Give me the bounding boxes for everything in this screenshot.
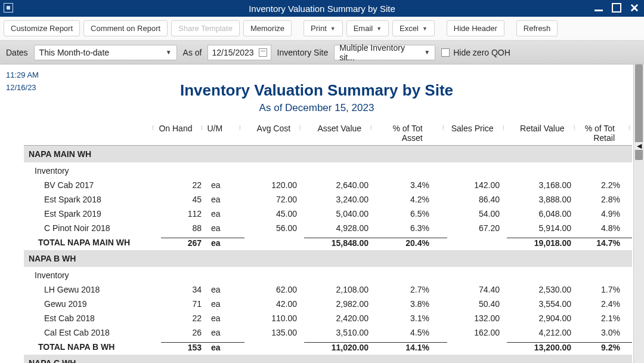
- minimize-button[interactable]: [593, 2, 605, 13]
- table-row[interactable]: Est Spark 201845ea72.003,240.004.2%86.40…: [24, 192, 632, 207]
- dates-label: Dates: [6, 48, 28, 57]
- share-template-button: Share Template: [171, 20, 240, 36]
- close-button[interactable]: ✕: [628, 2, 640, 13]
- vertical-scrollbar[interactable]: ◀: [633, 64, 644, 363]
- asof-date-input[interactable]: 12/15/2023: [208, 45, 271, 60]
- col-retail-value[interactable]: Retail Value: [506, 124, 572, 143]
- report-meta: 11:29 AM 12/16/23: [6, 70, 39, 96]
- chevron-down-icon: ▼: [166, 49, 172, 56]
- email-button[interactable]: Email▼: [346, 20, 389, 36]
- window-title-bar: Inventory Valuation Summary by Site ✕: [0, 0, 644, 17]
- excel-button[interactable]: Excel▼: [392, 20, 435, 36]
- checkbox-icon: [441, 48, 450, 57]
- chevron-down-icon: ▼: [422, 26, 428, 32]
- comment-on-report-button[interactable]: Comment on Report: [83, 20, 168, 36]
- table-row[interactable]: Cal Est Cab 201826ea135.003,510.004.5%16…: [24, 325, 632, 340]
- asof-label: As of: [183, 48, 202, 57]
- hide-zero-qoh-checkbox[interactable]: Hide zero QOH: [441, 48, 510, 57]
- calendar-icon[interactable]: [259, 48, 267, 57]
- table-row[interactable]: C Pinot Noir 201888ea56.004,928.006.3%67…: [24, 221, 632, 235]
- system-menu-icon[interactable]: [4, 3, 13, 13]
- col-sales-price[interactable]: Sales Price: [446, 124, 501, 143]
- dates-select[interactable]: This Month-to-date▼: [34, 45, 177, 60]
- memorize-button[interactable]: Memorize: [243, 20, 292, 36]
- table-row[interactable]: Est Spark 2019112ea45.005,040.006.5%54.0…: [24, 207, 632, 221]
- inventory-site-select[interactable]: Multiple Inventory sit...▼: [334, 45, 435, 60]
- refresh-button[interactable]: Refresh: [516, 20, 558, 36]
- section-total-row[interactable]: TOTAL NAPA MAIN WH267ea15,848.0020.4%19,…: [24, 235, 632, 250]
- col-pct-retail[interactable]: % of Tot Retail: [577, 124, 627, 143]
- section-total-row[interactable]: TOTAL NAPA B WH153ea11,020.0014.1%13,200…: [24, 340, 632, 355]
- report-toolbar: Customize Report Comment on Report Share…: [0, 17, 644, 41]
- section-sublabel[interactable]: Inventory: [24, 267, 632, 282]
- window-title: Inventory Valuation Summary by Site: [249, 4, 395, 14]
- report-date: 12/16/23: [6, 83, 39, 92]
- filter-bar: Dates This Month-to-date▼ As of 12/15/20…: [0, 41, 644, 64]
- chevron-down-icon: ▼: [376, 26, 382, 32]
- maximize-button[interactable]: [611, 2, 623, 13]
- section-header[interactable]: NAPA B WH: [24, 250, 632, 267]
- chevron-down-icon: ▼: [424, 49, 430, 56]
- section-header[interactable]: NAPA C WH: [24, 355, 632, 363]
- chevron-down-icon: ▼: [330, 26, 336, 32]
- col-um[interactable]: U/M: [205, 124, 237, 143]
- report-title: Inventory Valuation Summary by Site: [0, 81, 633, 100]
- col-avg-cost[interactable]: Avg Cost: [243, 124, 298, 143]
- col-pct-asset[interactable]: % of Tot Asset: [374, 124, 441, 143]
- col-on-hand[interactable]: On Hand: [156, 124, 200, 143]
- scroll-arrow-icon[interactable]: ◀: [634, 142, 644, 150]
- col-asset-value[interactable]: Asset Value: [303, 124, 369, 143]
- report-table: ፧On Hand ፧U/M ፧Avg Cost ፧Asset Value ፧% …: [24, 121, 632, 363]
- table-row[interactable]: BV Cab 201722ea120.002,640.003.4%142.003…: [24, 178, 632, 192]
- section-sublabel[interactable]: Inventory: [24, 162, 632, 178]
- table-header-row: ፧On Hand ፧U/M ፧Avg Cost ፧Asset Value ፧% …: [24, 121, 632, 146]
- hide-header-button[interactable]: Hide Header: [447, 20, 504, 36]
- table-row[interactable]: LH Gewu 201834ea62.002,108.002.7%74.402,…: [24, 282, 632, 297]
- table-row[interactable]: Gewu 201971ea42.002,982.003.8%50.403,554…: [24, 297, 632, 311]
- customize-report-button[interactable]: Customize Report: [4, 20, 80, 36]
- print-button[interactable]: Print▼: [304, 20, 343, 36]
- report-subtitle: As of December 15, 2023: [0, 102, 633, 114]
- table-row[interactable]: Est Cab 201822ea110.002,420.003.1%132.00…: [24, 311, 632, 325]
- inventory-site-label: Inventory Site: [277, 48, 329, 57]
- section-header[interactable]: NAPA MAIN WH: [24, 146, 632, 162]
- report-time: 11:29 AM: [6, 70, 39, 79]
